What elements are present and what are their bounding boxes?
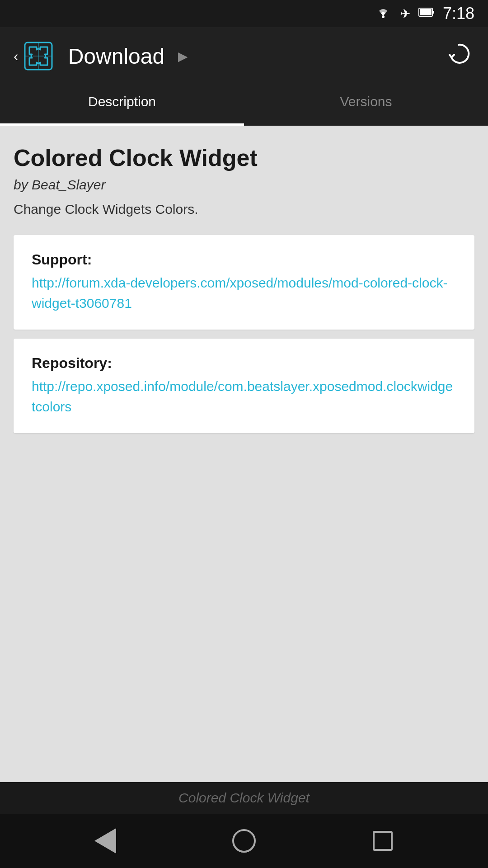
app-icon xyxy=(22,40,55,72)
app-title: Colored Clock Widget xyxy=(14,144,474,172)
bottom-bar-text: Colored Clock Widget xyxy=(178,790,310,806)
repository-card: Repository: http://repo.xposed.info/modu… xyxy=(14,339,474,433)
wifi-icon xyxy=(375,5,392,22)
tab-versions-label: Versions xyxy=(340,94,392,117)
app-bar-title: Download xyxy=(68,44,164,69)
svg-rect-2 xyxy=(420,9,432,15)
support-label: Support: xyxy=(32,251,456,268)
status-time: 7:18 xyxy=(443,4,474,23)
nav-home-icon xyxy=(232,829,256,853)
app-bar: ‹ Download ▶ xyxy=(0,27,488,85)
nav-home-button[interactable] xyxy=(226,823,262,859)
back-arrow-icon: ‹ xyxy=(14,48,19,65)
tab-description[interactable]: Description xyxy=(0,85,244,126)
nav-back-icon xyxy=(94,828,116,854)
tab-description-underline xyxy=(0,123,244,126)
support-url[interactable]: http://forum.xda-developers.com/xposed/m… xyxy=(32,273,456,313)
nav-back-button[interactable] xyxy=(87,823,123,859)
status-bar: ✈ 7:18 xyxy=(0,0,488,27)
refresh-icon xyxy=(446,41,471,71)
support-card: Support: http://forum.xda-developers.com… xyxy=(14,235,474,330)
bottom-bar: Colored Clock Widget xyxy=(0,782,488,814)
tab-versions[interactable]: Versions xyxy=(244,85,488,126)
repository-url[interactable]: http://repo.xposed.info/module/com.beats… xyxy=(32,376,456,417)
content-area: Colored Clock Widget by Beat_Slayer Chan… xyxy=(0,126,488,456)
svg-rect-3 xyxy=(432,11,434,14)
tabs-bar: Description Versions xyxy=(0,85,488,126)
tab-description-label: Description xyxy=(88,94,156,117)
status-icons: ✈ 7:18 xyxy=(375,4,474,23)
nav-recents-button[interactable] xyxy=(365,823,401,859)
nav-bar xyxy=(0,814,488,868)
battery-icon xyxy=(418,7,435,21)
repository-label: Repository: xyxy=(32,355,456,372)
refresh-button[interactable] xyxy=(443,40,474,72)
svg-point-0 xyxy=(382,15,385,18)
app-bar-left: ‹ Download ▶ xyxy=(14,40,443,72)
airplane-icon: ✈ xyxy=(400,6,410,21)
nav-recents-icon xyxy=(373,831,393,851)
app-author: by Beat_Slayer xyxy=(14,177,474,193)
play-triangle-icon: ▶ xyxy=(178,49,188,64)
back-button[interactable]: ‹ xyxy=(14,40,55,72)
app-description: Change Clock Widgets Colors. xyxy=(14,202,474,217)
